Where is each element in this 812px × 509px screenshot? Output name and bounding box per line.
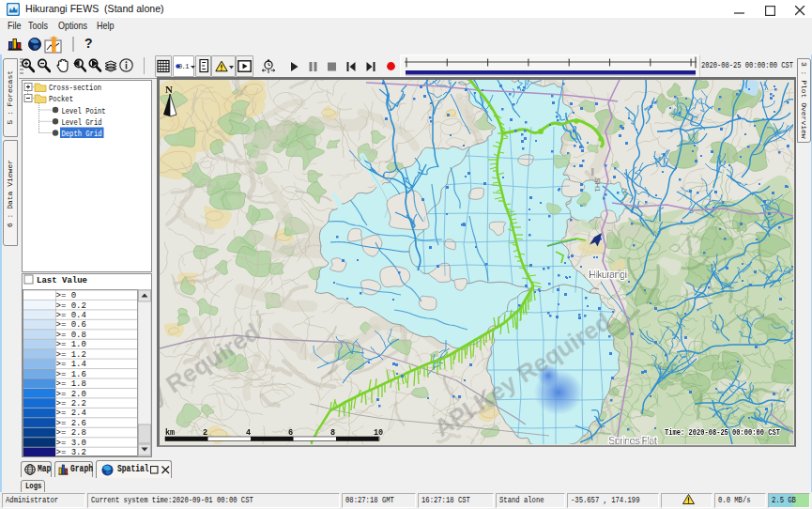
svg-text:4: 4 [246,428,251,438]
svg-text:km: km [165,428,175,438]
svg-text:N: N [165,84,173,95]
svg-text:Springs Flat: Springs Flat [608,435,658,444]
svg-text:>= 2.8: >= 2.8 [56,428,86,438]
svg-text:>= 1.8: >= 1.8 [56,379,86,389]
svg-text:>= 2.4: >= 2.4 [56,409,86,418]
svg-text:>= 0.2: >= 0.2 [56,301,86,311]
svg-text:>= 0.6: >= 0.6 [56,320,86,330]
svg-text:>= 1.4: >= 1.4 [56,360,86,369]
svg-text:>= 0.8: >= 0.8 [56,331,86,340]
svg-text:Level Point: Level Point [62,107,106,116]
svg-text:10: 10 [374,428,383,438]
svg-text:>= 2.6: >= 2.6 [56,419,86,428]
svg-text:2020-08-25 00:00:00 CST: 2020-08-25 00:00:00 CST [701,61,793,70]
svg-text:SH1: SH1 [593,177,602,193]
svg-text:>= 3.2: >= 3.2 [56,448,86,456]
svg-text:>= 1.0: >= 1.0 [56,340,86,349]
svg-text:Level Grid: Level Grid [62,118,102,128]
svg-text:Time: 2020-08-25 00:00:00 CST: Time: 2020-08-25 00:00:00 CST [665,427,780,438]
svg-text:>= 2.2: >= 2.2 [56,399,86,409]
svg-text:2: 2 [203,428,207,438]
svg-text:Cross-section: Cross-section [49,84,101,93]
svg-text:Hikurangi: Hikurangi [589,269,627,280]
svg-text:Depth Grid: Depth Grid [62,130,102,139]
svg-text:>= 0: >= 0 [56,291,77,301]
svg-text:>= 2.0: >= 2.0 [56,390,86,399]
svg-text:6: 6 [288,428,293,438]
svg-text:Pocket: Pocket [49,95,73,104]
svg-text:>= 3.0: >= 3.0 [56,439,86,448]
svg-text:>= 1.6: >= 1.6 [56,370,86,379]
svg-text:8: 8 [330,428,335,438]
svg-text:>= 0.4: >= 0.4 [56,311,86,320]
svg-text:Last Value: Last Value [37,276,87,285]
svg-text:>= 1.2: >= 1.2 [56,350,86,360]
